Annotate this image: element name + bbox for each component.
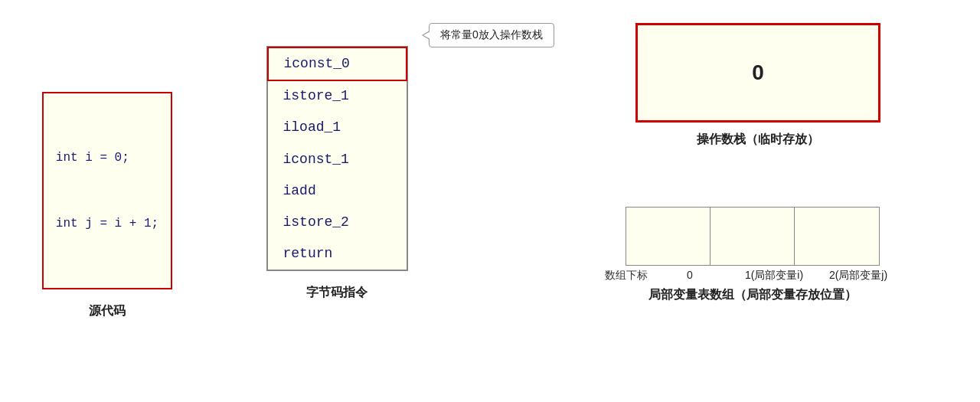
- bytecode-item-2: iload_1: [268, 112, 407, 143]
- local-var-section: 数组下标 0 1(局部变量i) 2(局部变量j) 局部变量表数组（局部变量存放位…: [605, 207, 900, 303]
- source-code-label: 源代码: [89, 303, 126, 319]
- bytecode-item-4: iadd: [268, 175, 407, 207]
- source-code-section: int i = 0; int j = i + 1; 源代码: [31, 92, 184, 319]
- index-nums-row: 0 1(局部变量i) 2(局部变量j): [648, 269, 900, 283]
- bytecode-item-5: istore_2: [268, 207, 407, 238]
- bytecode-item-1: istore_1: [268, 80, 407, 112]
- stack-value: 0: [752, 60, 764, 85]
- stack-section: 0 操作数栈（临时存放）: [635, 23, 880, 148]
- local-var-table-container: 数组下标 0 1(局部变量i) 2(局部变量j): [605, 207, 900, 283]
- local-var-cell-0: [626, 208, 710, 265]
- index-num-2: 2(局部变量j): [816, 269, 900, 283]
- stack-label: 操作数栈（临时存放）: [697, 132, 819, 148]
- bytecode-box: iconst_0 istore_1 iload_1 iconst_1 iadd …: [266, 46, 408, 271]
- index-row-label: 数组下标: [605, 269, 648, 283]
- local-var-table: [626, 207, 880, 266]
- page-container: int i = 0; int j = i + 1; 源代码 iconst_0 i…: [0, 0, 980, 402]
- code-box: int i = 0; int j = i + 1;: [42, 92, 172, 289]
- code-line-2: int j = i + 1;: [56, 213, 158, 235]
- bytecode-section: iconst_0 istore_1 iload_1 iconst_1 iadd …: [260, 46, 413, 301]
- stack-box: 0: [635, 23, 880, 123]
- callout-tooltip: 将常量0放入操作数栈: [429, 23, 554, 47]
- bytecode-item-0: iconst_0: [267, 47, 407, 81]
- bytecode-label: 字节码指令: [306, 285, 368, 301]
- bytecode-item-6: return: [268, 238, 407, 270]
- code-line-1: int i = 0;: [56, 147, 158, 169]
- index-num-1: 1(局部变量i): [732, 269, 816, 283]
- local-var-label: 局部变量表数组（局部变量存放位置）: [648, 287, 857, 303]
- index-num-0: 0: [648, 269, 732, 283]
- local-var-cell-1: [710, 208, 795, 265]
- index-row: 数组下标 0 1(局部变量i) 2(局部变量j): [605, 269, 900, 283]
- local-var-cell-2: [795, 208, 879, 265]
- bytecode-item-3: iconst_1: [268, 144, 407, 175]
